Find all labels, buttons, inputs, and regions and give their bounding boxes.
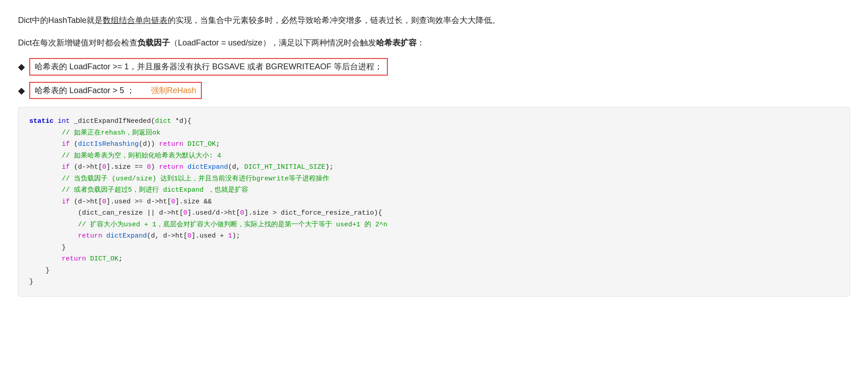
para2-before: Dict在每次新增键值对时都会检查 [18, 38, 137, 47]
code-line: // 或者负载因子超过5，则进行 dictExpand ，也就是扩容 [29, 184, 839, 196]
code-line: // 如果哈希表为空，则初始化哈希表为默认大小: 4 [29, 150, 839, 162]
bullet-content-inner-2: 哈希表的 LoadFactor > 5 ； 强制ReHash [35, 84, 196, 98]
bullet-item-2: ◆ 哈希表的 LoadFactor > 5 ； 强制ReHash [18, 82, 850, 99]
bullet-list: ◆ 哈希表的 LoadFactor >= 1，并且服务器没有执行 BGSAVE … [18, 58, 850, 99]
code-line: return DICT_OK; [29, 253, 839, 265]
paragraph-1: Dict中的HashTable就是数组结合单向链表的实现，当集合中元素较多时，必… [18, 13, 850, 28]
code-line: // 当负载因子 (used/size) 达到1以上，并且当前没有进行bgrew… [29, 173, 839, 185]
para2-bold2: 哈希表扩容 [376, 38, 417, 47]
code-line: // 如果正在rehash，则返回ok [29, 127, 839, 139]
bullet-box-1: 哈希表的 LoadFactor >= 1，并且服务器没有执行 BGSAVE 或者… [29, 58, 388, 76]
para2-after: ： [417, 38, 425, 47]
para1-before: Dict中的HashTable就是 [18, 16, 103, 25]
bullet-text-1: 哈希表的 LoadFactor >= 1，并且服务器没有执行 BGSAVE 或者… [35, 62, 382, 71]
para2-bold1: 负载因子 [137, 38, 170, 47]
bullet-text-2: 哈希表的 LoadFactor > 5 ； [35, 84, 135, 98]
bullet-item-1: ◆ 哈希表的 LoadFactor >= 1，并且服务器没有执行 BGSAVE … [18, 58, 850, 76]
bullet-extra-2: 强制ReHash [151, 84, 196, 98]
bullet-diamond-2: ◆ [18, 83, 25, 98]
main-content: Dict中的HashTable就是数组结合单向链表的实现，当集合中元素较多时，必… [18, 13, 850, 297]
code-line: } [29, 276, 839, 288]
code-line: if (dictIsRehashing(d)) return DICT_OK; [29, 139, 839, 150]
para1-after: 的实现，当集合中元素较多时，必然导致哈希冲突增多，链表过长，则查询效率会大大降低… [168, 16, 500, 25]
bullet-diamond-1: ◆ [18, 59, 25, 74]
code-line: if (d->ht[0].used >= d->ht[0].size && [29, 196, 839, 208]
paragraph-2: Dict在每次新增键值对时都会检查负载因子（LoadFactor = used/… [18, 36, 850, 50]
code-line: // 扩容大小为used + 1，底层会对扩容大小做判断，实际上找的是第一个大于… [29, 219, 839, 231]
code-line: } [29, 242, 839, 254]
code-block: static int _dictExpandIfNeeded(dict *d){… [18, 107, 850, 297]
para1-highlight: 数组结合单向链表 [103, 16, 168, 25]
bullet-box-2: 哈希表的 LoadFactor > 5 ； 强制ReHash [29, 82, 202, 99]
code-line: return dictExpand(d, d->ht[0].used + 1); [29, 230, 839, 242]
code-line: if (d->ht[0].size == 0) return dictExpan… [29, 162, 839, 173]
code-line: static int _dictExpandIfNeeded(dict *d){ [29, 116, 839, 127]
code-line: } [29, 265, 839, 277]
para2-middle: （LoadFactor = used/size），满足以下两种情况时会触发 [170, 38, 376, 47]
code-line: (dict_can_resize || d->ht[0].used/d->ht[… [29, 207, 839, 219]
